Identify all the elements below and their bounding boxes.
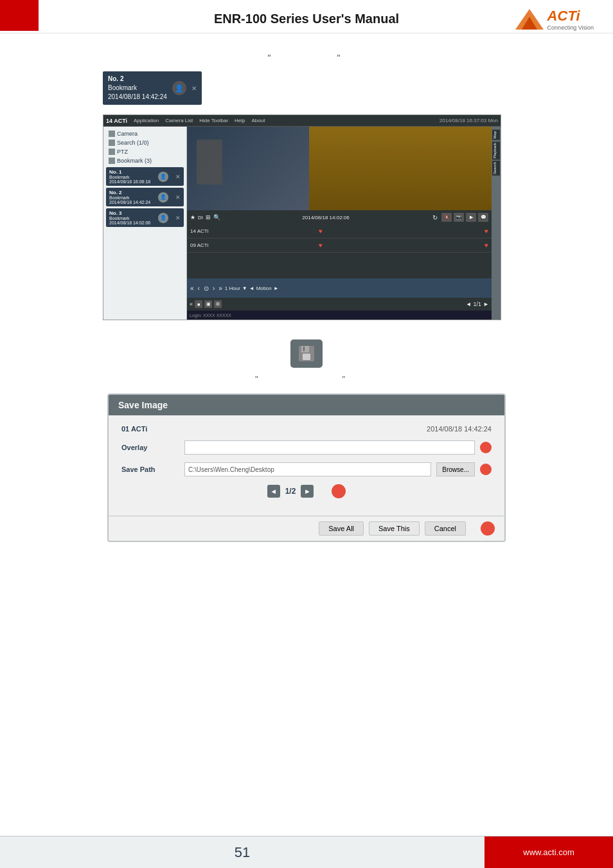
ctrl-cam-icon[interactable]: 📷 — [454, 213, 464, 222]
tl-right-arrow[interactable]: ► — [274, 285, 279, 291]
tl-dropdown-icon[interactable]: ▼ — [242, 285, 247, 291]
bookmark-person-icon[interactable]: 👤 — [172, 81, 186, 95]
ctrl-grid-icon[interactable]: ⊞ — [206, 214, 211, 221]
quote-marks: " " — [39, 53, 574, 63]
sidebar-ptz[interactable]: PTZ — [103, 147, 186, 156]
save-dialog-header: Save Image — [109, 395, 504, 415]
search-tree-icon — [109, 140, 115, 146]
savepath-annotation-dot — [480, 464, 492, 475]
cam-09-heart-icon: ♥ — [319, 242, 323, 249]
logo-red-block — [0, 0, 39, 31]
s2-quote-right: " — [342, 374, 358, 384]
overlay-row: Overlay — [121, 440, 492, 455]
bookmark-card-date: 2014/08/18 14:42:24 — [108, 93, 167, 102]
ctrl-vid-icon[interactable]: ▶ — [466, 213, 476, 222]
cam-14-label: 14 ACTi — [190, 228, 242, 234]
app-right-tabs: Map Playback Search — [492, 127, 501, 320]
sidebar-ptz-label: PTZ — [117, 149, 128, 155]
bookmark-card-text: No. 2 Bookmark 2014/08/18 14:42:24 — [108, 75, 167, 102]
bm2-text: No. 2 Bookmark 2014/08/18 14:42:24 — [109, 190, 150, 204]
bookmark-tree-icon — [109, 158, 115, 164]
toolbar-menu-help[interactable]: Help — [235, 118, 245, 123]
browse-button[interactable]: Browse... — [436, 462, 475, 476]
quote-left: " — [267, 53, 276, 63]
bc-layout2-btn[interactable]: ⊞ — [214, 300, 222, 308]
s2-quote-left: " — [255, 374, 271, 384]
cam-14-heart-icon: ♥ — [319, 228, 323, 235]
bottom-controls: « ■ ▣ ⊞ ◄ 1/1 ► — [187, 298, 492, 311]
floppy-disk-icon — [298, 345, 315, 363]
save-path-row: Save Path Browse... — [121, 462, 492, 476]
right-tab-search[interactable]: Search — [492, 161, 500, 176]
camera-row-14acti[interactable]: 14 ACTi ♥ ♥ — [187, 224, 492, 239]
tl-next-btn[interactable]: » — [218, 285, 222, 292]
section2-quotes: " " — [39, 374, 574, 384]
sidebar-search-label: Search (1/0) — [117, 140, 149, 146]
save-all-button[interactable]: Save All — [319, 521, 364, 536]
save-icon-area — [39, 339, 574, 368]
sidebar-bookmark-label: Bookmark (3) — [117, 158, 152, 164]
nav-prev-button[interactable]: ◄ — [267, 485, 280, 498]
bookmark-item-3[interactable]: No. 3 Bookmark 2014/08/18 14:02:06 👤 ✕ — [106, 208, 184, 227]
toolbar-menu-hidetoolbar[interactable]: Hide Toolbar — [199, 118, 228, 123]
sidebar-camera-label: Camera — [117, 131, 138, 137]
bm2-close-icon[interactable]: ✕ — [175, 194, 181, 201]
toolbar-datetime: 2014/08/18 16:37:03 Mon — [440, 118, 498, 123]
logo-subtitle: Connecting Vision — [547, 24, 594, 31]
main-content: " " No. 2 Bookmark 2014/08/18 14:42:24 👤… — [0, 33, 613, 565]
sidebar-camera[interactable]: Camera — [103, 129, 186, 138]
bookmark-item-1[interactable]: No. 1 Bookmark 2014/08/18 16:06:18 👤 ✕ — [106, 167, 184, 186]
tl-fwd-btn[interactable]: › — [213, 285, 215, 292]
ctrl-search-icon[interactable]: 🔍 — [213, 214, 220, 221]
nav-counter: 1/2 — [285, 487, 296, 496]
bc-layout1-btn[interactable]: ▣ — [204, 300, 212, 308]
save-this-button[interactable]: Save This — [369, 521, 420, 536]
bc-next-page[interactable]: ► — [483, 301, 489, 307]
tl-prev-btn[interactable]: « — [190, 285, 194, 292]
bc-page-num: 1/1 — [474, 301, 482, 307]
tl-back-btn[interactable]: ‹ — [198, 285, 200, 292]
tl-play-btn[interactable]: ⊙ — [204, 285, 209, 292]
ctrl-di-btn[interactable]: DI — [198, 215, 203, 221]
bc-stop-btn[interactable]: ■ — [195, 300, 202, 308]
bm3-close-icon[interactable]: ✕ — [175, 215, 181, 221]
right-tab-playback[interactable]: Playback — [492, 141, 500, 159]
ctrl-chat-icon[interactable]: 💬 — [478, 213, 488, 222]
nav-annotation-dot — [332, 484, 346, 498]
toolbar-menu-about[interactable]: About — [252, 118, 265, 123]
sidebar-bookmark[interactable]: Bookmark (3) — [103, 156, 186, 165]
page-number: 51 — [0, 844, 484, 861]
login-label: Login: XXXX XXXXX — [190, 313, 231, 318]
save-image-icon-btn[interactable] — [290, 339, 323, 368]
camera-name-label: 01 ACTi — [121, 425, 179, 433]
tl-mode: Motion — [256, 285, 272, 291]
cancel-button[interactable]: Cancel — [425, 521, 466, 536]
toolbar-menu-application[interactable]: Application — [134, 118, 159, 123]
ctrl-vol-icon[interactable]: 🔇 — [441, 213, 452, 222]
app-sidebar: Camera Search (1/0) PTZ Bookmark (3) — [103, 127, 187, 320]
svg-rect-4 — [303, 354, 310, 360]
camera-controls: ★ DI ⊞ 🔍 2014/08/18 14:02:06 ↻ 🔇 📷 ▶ 💬 — [187, 210, 492, 224]
right-tab-map[interactable]: Map — [492, 130, 500, 140]
save-path-input[interactable] — [184, 462, 431, 476]
bookmark-close-icon[interactable]: ✕ — [191, 85, 197, 92]
cam-14-heart2-icon: ♥ — [484, 228, 488, 235]
overlay-input[interactable] — [184, 440, 475, 455]
bookmark-card-subtitle: Bookmark — [108, 84, 167, 93]
bc-prev-page[interactable]: ◄ — [466, 301, 472, 307]
ctrl-refresh-icon[interactable]: ↻ — [432, 214, 438, 221]
toolbar-menu-cameralist[interactable]: Camera List — [165, 118, 193, 123]
nav-row: ◄ 1/2 ► — [121, 484, 492, 498]
sidebar-search[interactable]: Search (1/0) — [103, 138, 186, 147]
bm1-close-icon[interactable]: ✕ — [175, 174, 181, 180]
cam-person-shape — [197, 140, 222, 185]
acti-logo-icon — [514, 8, 545, 31]
tl-left-arrow[interactable]: ◄ — [249, 285, 254, 291]
camera-row-09acti[interactable]: 09 ACTi ♥ ♥ — [187, 239, 492, 253]
status-bar: Login: XXXX XXXXX — [187, 311, 492, 320]
ctrl-bookmark-icon[interactable]: ★ — [190, 214, 195, 221]
bookmark-item-2[interactable]: No. 2 Bookmark 2014/08/18 14:42:24 👤 ✕ — [106, 188, 184, 206]
svg-rect-5 — [303, 347, 305, 351]
camera-tree-icon — [109, 131, 115, 137]
nav-next-button[interactable]: ► — [301, 485, 314, 498]
